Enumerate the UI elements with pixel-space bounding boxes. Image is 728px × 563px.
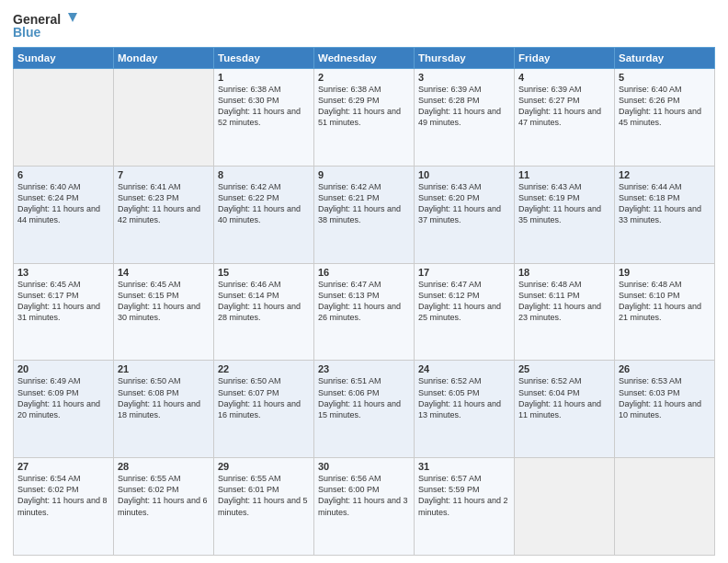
day-cell: 11Sunrise: 6:43 AM Sunset: 6:19 PM Dayli… (515, 166, 615, 263)
day-cell (615, 458, 715, 556)
day-cell: 21Sunrise: 6:50 AM Sunset: 6:08 PM Dayli… (114, 361, 214, 458)
day-number: 8 (218, 169, 310, 180)
day-info: Sunrise: 6:46 AM Sunset: 6:14 PM Dayligh… (218, 279, 310, 324)
logo: General Blue (13, 9, 77, 41)
day-number: 15 (218, 267, 310, 278)
day-number: 12 (619, 169, 711, 180)
day-cell: 3Sunrise: 6:39 AM Sunset: 6:28 PM Daylig… (415, 69, 515, 167)
day-number: 30 (318, 461, 410, 472)
day-info: Sunrise: 6:38 AM Sunset: 6:29 PM Dayligh… (318, 84, 410, 129)
day-info: Sunrise: 6:38 AM Sunset: 6:30 PM Dayligh… (218, 84, 310, 129)
day-number: 27 (17, 461, 109, 472)
calendar-table: SundayMondayTuesdayWednesdayThursdayFrid… (13, 47, 715, 556)
day-cell (515, 458, 615, 556)
week-row-3: 13Sunrise: 6:45 AM Sunset: 6:17 PM Dayli… (14, 263, 715, 361)
day-cell: 20Sunrise: 6:49 AM Sunset: 6:09 PM Dayli… (14, 361, 114, 458)
day-cell: 23Sunrise: 6:51 AM Sunset: 6:06 PM Dayli… (314, 361, 415, 458)
day-info: Sunrise: 6:55 AM Sunset: 6:02 PM Dayligh… (118, 473, 210, 518)
logo-svg: General Blue (13, 9, 77, 41)
day-info: Sunrise: 6:50 AM Sunset: 6:08 PM Dayligh… (118, 375, 210, 420)
day-cell: 10Sunrise: 6:43 AM Sunset: 6:20 PM Dayli… (415, 166, 515, 263)
day-cell: 6Sunrise: 6:40 AM Sunset: 6:24 PM Daylig… (14, 166, 114, 263)
day-info: Sunrise: 6:52 AM Sunset: 6:04 PM Dayligh… (518, 375, 610, 420)
day-number: 17 (418, 267, 510, 278)
day-number: 6 (17, 169, 109, 180)
day-cell: 29Sunrise: 6:55 AM Sunset: 6:01 PM Dayli… (214, 458, 314, 556)
svg-marker-2 (68, 13, 77, 22)
day-info: Sunrise: 6:40 AM Sunset: 6:26 PM Dayligh… (619, 84, 711, 129)
day-number: 23 (318, 363, 410, 374)
day-info: Sunrise: 6:42 AM Sunset: 6:21 PM Dayligh… (318, 181, 410, 226)
day-number: 24 (418, 363, 510, 374)
day-info: Sunrise: 6:45 AM Sunset: 6:15 PM Dayligh… (118, 279, 210, 324)
day-number: 31 (418, 461, 510, 472)
day-info: Sunrise: 6:49 AM Sunset: 6:09 PM Dayligh… (17, 375, 109, 420)
day-cell: 9Sunrise: 6:42 AM Sunset: 6:21 PM Daylig… (314, 166, 415, 263)
day-number: 29 (218, 461, 310, 472)
day-number: 1 (218, 72, 310, 83)
day-info: Sunrise: 6:39 AM Sunset: 6:27 PM Dayligh… (518, 84, 610, 129)
day-number: 14 (118, 267, 210, 278)
day-cell: 1Sunrise: 6:38 AM Sunset: 6:30 PM Daylig… (214, 69, 314, 167)
day-cell: 13Sunrise: 6:45 AM Sunset: 6:17 PM Dayli… (14, 263, 114, 361)
day-number: 25 (518, 363, 610, 374)
day-info: Sunrise: 6:44 AM Sunset: 6:18 PM Dayligh… (619, 181, 711, 226)
day-number: 16 (318, 267, 410, 278)
day-info: Sunrise: 6:55 AM Sunset: 6:01 PM Dayligh… (218, 473, 310, 518)
day-cell: 15Sunrise: 6:46 AM Sunset: 6:14 PM Dayli… (214, 263, 314, 361)
day-info: Sunrise: 6:47 AM Sunset: 6:12 PM Dayligh… (418, 279, 510, 324)
day-number: 19 (619, 267, 711, 278)
day-info: Sunrise: 6:51 AM Sunset: 6:06 PM Dayligh… (318, 375, 410, 420)
day-cell: 22Sunrise: 6:50 AM Sunset: 6:07 PM Dayli… (214, 361, 314, 458)
day-number: 3 (418, 72, 510, 83)
day-number: 20 (17, 363, 109, 374)
day-cell: 7Sunrise: 6:41 AM Sunset: 6:23 PM Daylig… (114, 166, 214, 263)
day-header-wednesday: Wednesday (314, 48, 415, 69)
day-info: Sunrise: 6:40 AM Sunset: 6:24 PM Dayligh… (17, 181, 109, 226)
day-cell: 24Sunrise: 6:52 AM Sunset: 6:05 PM Dayli… (415, 361, 515, 458)
day-info: Sunrise: 6:39 AM Sunset: 6:28 PM Dayligh… (418, 84, 510, 129)
day-info: Sunrise: 6:50 AM Sunset: 6:07 PM Dayligh… (218, 375, 310, 420)
day-header-saturday: Saturday (615, 48, 715, 69)
day-number: 10 (418, 169, 510, 180)
day-number: 21 (118, 363, 210, 374)
day-info: Sunrise: 6:48 AM Sunset: 6:10 PM Dayligh… (619, 279, 711, 324)
day-cell: 4Sunrise: 6:39 AM Sunset: 6:27 PM Daylig… (515, 69, 615, 167)
week-row-4: 20Sunrise: 6:49 AM Sunset: 6:09 PM Dayli… (14, 361, 715, 458)
day-header-monday: Monday (114, 48, 214, 69)
day-header-thursday: Thursday (415, 48, 515, 69)
day-cell: 28Sunrise: 6:55 AM Sunset: 6:02 PM Dayli… (114, 458, 214, 556)
day-cell: 16Sunrise: 6:47 AM Sunset: 6:13 PM Dayli… (314, 263, 415, 361)
svg-text:Blue: Blue (13, 25, 41, 40)
day-cell: 30Sunrise: 6:56 AM Sunset: 6:00 PM Dayli… (314, 458, 415, 556)
day-info: Sunrise: 6:41 AM Sunset: 6:23 PM Dayligh… (118, 181, 210, 226)
day-cell: 17Sunrise: 6:47 AM Sunset: 6:12 PM Dayli… (415, 263, 515, 361)
day-number: 26 (619, 363, 711, 374)
day-info: Sunrise: 6:43 AM Sunset: 6:20 PM Dayligh… (418, 181, 510, 226)
day-info: Sunrise: 6:43 AM Sunset: 6:19 PM Dayligh… (518, 181, 610, 226)
header: General Blue (13, 9, 715, 41)
day-number: 11 (518, 169, 610, 180)
day-cell: 19Sunrise: 6:48 AM Sunset: 6:10 PM Dayli… (615, 263, 715, 361)
day-header-sunday: Sunday (14, 48, 114, 69)
day-cell: 26Sunrise: 6:53 AM Sunset: 6:03 PM Dayli… (615, 361, 715, 458)
day-info: Sunrise: 6:48 AM Sunset: 6:11 PM Dayligh… (518, 279, 610, 324)
day-info: Sunrise: 6:56 AM Sunset: 6:00 PM Dayligh… (318, 473, 410, 518)
day-info: Sunrise: 6:52 AM Sunset: 6:05 PM Dayligh… (418, 375, 510, 420)
day-cell: 2Sunrise: 6:38 AM Sunset: 6:29 PM Daylig… (314, 69, 415, 167)
day-cell: 12Sunrise: 6:44 AM Sunset: 6:18 PM Dayli… (615, 166, 715, 263)
day-cell: 25Sunrise: 6:52 AM Sunset: 6:04 PM Dayli… (515, 361, 615, 458)
day-number: 13 (17, 267, 109, 278)
day-number: 5 (619, 72, 711, 83)
day-header-row: SundayMondayTuesdayWednesdayThursdayFrid… (14, 48, 715, 69)
day-info: Sunrise: 6:47 AM Sunset: 6:13 PM Dayligh… (318, 279, 410, 324)
day-cell (14, 69, 114, 167)
week-row-1: 1Sunrise: 6:38 AM Sunset: 6:30 PM Daylig… (14, 69, 715, 167)
day-cell: 27Sunrise: 6:54 AM Sunset: 6:02 PM Dayli… (14, 458, 114, 556)
day-cell: 18Sunrise: 6:48 AM Sunset: 6:11 PM Dayli… (515, 263, 615, 361)
page: General Blue SundayMondayTuesdayWednesda… (0, 0, 728, 563)
day-number: 4 (518, 72, 610, 83)
day-number: 7 (118, 169, 210, 180)
day-info: Sunrise: 6:45 AM Sunset: 6:17 PM Dayligh… (17, 279, 109, 324)
day-info: Sunrise: 6:53 AM Sunset: 6:03 PM Dayligh… (619, 375, 711, 420)
